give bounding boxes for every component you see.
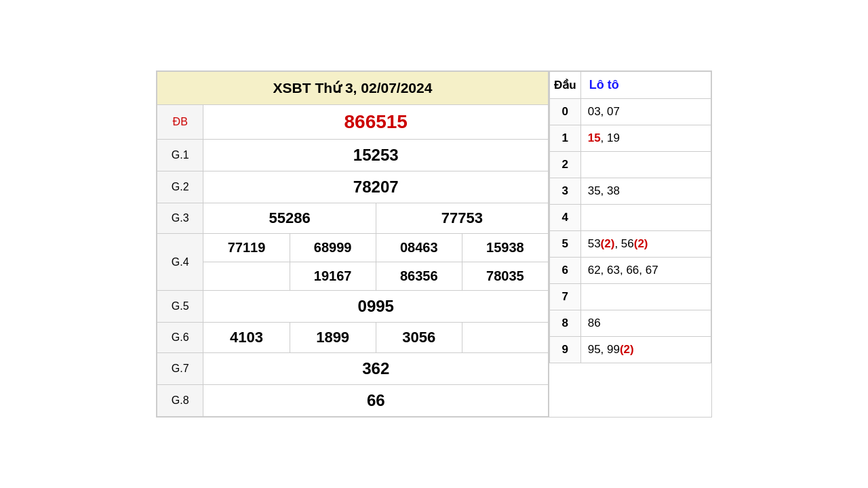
row-value-g3-1: 77753 (376, 203, 548, 234)
loto-values-0: 03, 07 (580, 99, 711, 125)
row-label-g1: G.1 (157, 140, 203, 171)
row-label-g7: G.7 (157, 353, 203, 385)
g4-value-2: 08463 (376, 234, 462, 262)
loto-values-8: 86 (580, 310, 711, 337)
loto-dau-5: 5 (550, 231, 581, 258)
loto-dau-4: 4 (550, 205, 581, 231)
g4-value-3: 15938 (462, 234, 548, 262)
row-label-g2: G.2 (157, 171, 203, 203)
row-value-g1-0: 15253 (203, 140, 549, 171)
loto-header-dau: Đầu (550, 72, 581, 99)
loto-values-7 (580, 284, 711, 310)
row-label-g6: G.6 (157, 323, 203, 353)
loto-header-loto: Lô tô (580, 72, 711, 99)
loto-values-6: 62, 63, 66, 67 (580, 258, 711, 284)
loto-dau-8: 8 (550, 310, 581, 337)
loto-dau-7: 7 (550, 284, 581, 310)
row-value-g8-0: 66 (203, 385, 549, 417)
loto-values-4 (580, 205, 711, 231)
g4-empty (203, 262, 290, 291)
row-label-g4: G.4 (157, 234, 203, 291)
loto-dau-3: 3 (550, 178, 581, 205)
row-value-g2-0: 78207 (203, 171, 549, 203)
g4-row2-value-1: 86356 (376, 262, 462, 291)
g6-value-2: 3056 (376, 323, 462, 353)
row-value-g7-0: 362 (203, 353, 549, 385)
loto-values-9: 95, 99(2) (580, 337, 711, 363)
g4-row2-value-2: 78035 (462, 262, 548, 291)
row-label-g5: G.5 (157, 291, 203, 323)
row-value-đb-0: 866515 (203, 105, 549, 140)
g4-row2-value-0: 19167 (290, 262, 376, 291)
loto-values-1: 15, 19 (580, 125, 711, 152)
loto-dau-0: 0 (550, 99, 581, 125)
loto-dau-9: 9 (550, 337, 581, 363)
loto-dau-2: 2 (550, 152, 581, 178)
loto-values-5: 53(2), 56(2) (580, 231, 711, 258)
row-label-g3: G.3 (157, 203, 203, 234)
row-value-g3-0: 55286 (203, 203, 376, 234)
g6-value-0: 4103 (203, 323, 290, 353)
table-header: XSBT Thứ 3, 02/07/2024 (157, 72, 549, 105)
loto-dau-6: 6 (550, 258, 581, 284)
row-label-đb: ĐB (157, 105, 203, 140)
loto-values-3: 35, 38 (580, 178, 711, 205)
g6-value-1: 1899 (290, 323, 376, 353)
loto-dau-1: 1 (550, 125, 581, 152)
g6-empty (462, 323, 548, 353)
loto-values-2 (580, 152, 711, 178)
g4-value-1: 68999 (290, 234, 376, 262)
row-value-g5-0: 0995 (203, 291, 549, 323)
row-label-g8: G.8 (157, 385, 203, 417)
g4-value-0: 77119 (203, 234, 290, 262)
